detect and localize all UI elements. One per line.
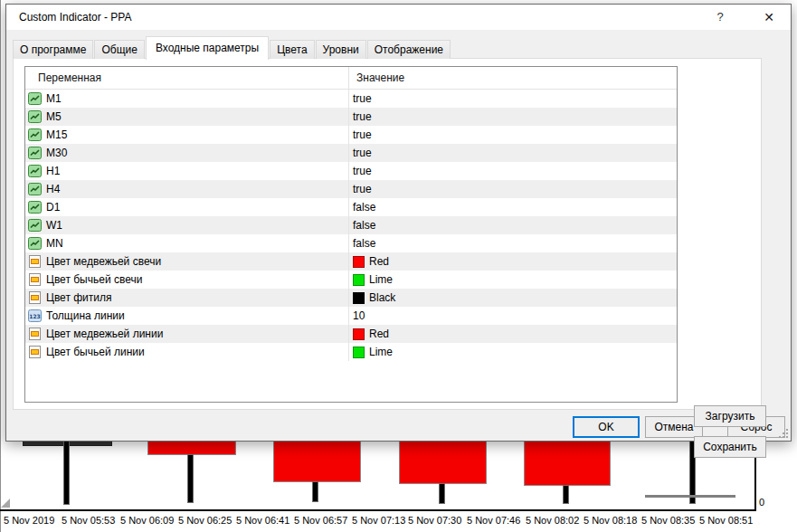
time-axis-line <box>0 509 756 511</box>
dialog-tab-strip: О программе Общие Входные параметры Цвет… <box>13 34 451 59</box>
table-row[interactable]: 123 M1 true <box>25 90 677 108</box>
table-row[interactable]: 123 H4 true <box>25 180 677 198</box>
table-row[interactable]: 123 W1 false <box>25 216 677 234</box>
param-value-cell[interactable]: Lime <box>349 271 677 289</box>
candle-wick <box>563 485 569 504</box>
table-row[interactable]: 123 M30 true <box>25 144 677 162</box>
time-axis-label: 5 Nov 2019 <box>4 515 54 526</box>
table-row[interactable]: 123 D1 false <box>25 198 677 216</box>
price-axis-zero-label: 0 <box>759 497 764 508</box>
param-value-cell[interactable]: true <box>349 90 677 108</box>
param-name-cell: 123 M5 <box>25 108 349 126</box>
param-value-cell[interactable]: true <box>349 144 677 162</box>
candle-wick <box>187 454 194 503</box>
ok-button[interactable]: OK <box>573 416 640 438</box>
candle-body <box>524 438 611 486</box>
tab-label: Отображение <box>375 43 443 56</box>
time-axis-label: 5 Nov 06:57 <box>294 515 347 526</box>
table-row[interactable]: 123 M15 true <box>25 126 677 144</box>
param-name-cell: 123 Цвет медвежьей линии <box>25 325 349 343</box>
bool-param-icon <box>28 128 42 142</box>
time-axis-label: 5 Nov 08:51 <box>699 515 753 526</box>
bool-param-icon <box>28 201 42 214</box>
param-value-cell[interactable]: Black <box>349 289 677 307</box>
color-swatch <box>353 256 365 268</box>
param-value-cell[interactable]: true <box>349 162 677 180</box>
param-name-cell: 123 H1 <box>25 162 349 180</box>
table-row[interactable]: 123 H1 true <box>25 162 677 180</box>
dialog-titlebar[interactable]: Custom Indicator - PPA ? ✕ <box>6 5 791 30</box>
close-icon[interactable]: ✕ <box>754 5 783 30</box>
color-param-icon <box>28 273 42 287</box>
param-name: Толщина линии <box>46 307 125 325</box>
param-value: true <box>353 180 372 198</box>
table-row[interactable]: 123 Цвет фитиля Black <box>25 289 677 307</box>
save-button[interactable]: Сохранить <box>694 436 766 458</box>
param-value-cell[interactable]: Red <box>349 325 677 343</box>
param-value-cell[interactable]: true <box>349 180 677 198</box>
color-swatch <box>353 328 365 340</box>
svg-text:123: 123 <box>29 312 41 318</box>
time-axis-label: 5 Nov 08:02 <box>526 515 579 526</box>
column-header-value[interactable]: Значение <box>349 67 677 89</box>
dialog-tab[interactable]: Цвета <box>270 40 314 59</box>
dialog-tab[interactable]: Входные параметры <box>146 36 269 60</box>
param-value-cell[interactable]: false <box>349 234 677 252</box>
param-name-cell: 123 M15 <box>25 126 349 144</box>
table-row[interactable]: 123 Толщина линии 10 <box>25 307 677 325</box>
dialog-tab[interactable]: Отображение <box>367 40 451 59</box>
param-value-cell[interactable]: true <box>349 108 677 126</box>
table-row[interactable]: 123 MN false <box>25 234 677 252</box>
table-row[interactable]: 123 Цвет бычьей линии Lime <box>25 343 677 361</box>
param-value: Black <box>369 289 395 307</box>
time-axis-label: 5 Nov 05:53 <box>62 515 115 526</box>
color-swatch <box>353 347 365 358</box>
candle-body <box>273 438 361 482</box>
tab-label: Входные параметры <box>156 42 259 54</box>
tab-label: Общие <box>101 43 137 56</box>
candle-wick <box>439 483 445 504</box>
number-param-icon: 123 <box>28 309 42 323</box>
dialog-tab[interactable]: О программе <box>13 40 93 59</box>
dialog-tab[interactable]: Уровни <box>316 40 366 59</box>
param-value-cell[interactable]: true <box>349 126 677 144</box>
time-axis-label: 5 Nov 07:13 <box>352 515 405 526</box>
param-name-cell: 123 Цвет медвежьей свечи <box>25 252 349 271</box>
dialog-tab[interactable]: Общие <box>94 40 144 59</box>
parameters-table[interactable]: Переменная Значение 123 M1 <box>24 66 678 403</box>
param-name: H1 <box>46 162 60 180</box>
column-header-variable[interactable]: Переменная <box>25 67 349 89</box>
param-name-cell: 123 MN <box>25 234 349 252</box>
table-row[interactable]: 123 Цвет медвежьей линии Red <box>25 325 677 343</box>
param-name-cell: 123 H4 <box>25 180 349 198</box>
param-value: Lime <box>369 343 393 361</box>
color-param-icon <box>28 328 42 341</box>
chart-scroll-marker <box>1 499 10 508</box>
candle-wick <box>63 438 70 505</box>
time-axis-label: 5 Nov 06:25 <box>178 515 232 526</box>
param-name: H4 <box>46 180 60 198</box>
param-value: false <box>353 198 375 216</box>
resize-grip-icon[interactable] <box>778 428 789 439</box>
param-value-cell[interactable]: false <box>349 198 677 216</box>
param-value-cell[interactable]: Lime <box>349 343 677 361</box>
param-value-cell[interactable]: 10 <box>349 307 677 325</box>
param-name: Цвет бычьей свечи <box>46 271 142 289</box>
load-button[interactable]: Загрузить <box>694 405 766 427</box>
table-row[interactable]: 123 Цвет бычьей свечи Lime <box>25 271 677 289</box>
help-button[interactable]: ? <box>706 5 735 30</box>
time-axis-label: 5 Nov 06:09 <box>120 515 174 526</box>
tab-label: О программе <box>20 43 86 56</box>
bool-param-icon <box>28 110 42 124</box>
param-value-cell[interactable]: false <box>349 216 677 234</box>
param-name-cell: 123 Цвет бычьей свечи <box>25 271 349 289</box>
table-row[interactable]: 123 Цвет медвежьей свечи Red <box>25 252 677 271</box>
param-value: true <box>353 162 372 180</box>
table-row[interactable]: 123 M5 true <box>25 108 677 126</box>
param-name: M15 <box>46 126 67 144</box>
bool-param-icon <box>28 147 42 160</box>
param-value-cell[interactable]: Red <box>349 252 677 271</box>
param-name: Цвет бычьей линии <box>46 343 145 361</box>
param-value: true <box>353 108 372 126</box>
param-name: M5 <box>46 108 62 126</box>
